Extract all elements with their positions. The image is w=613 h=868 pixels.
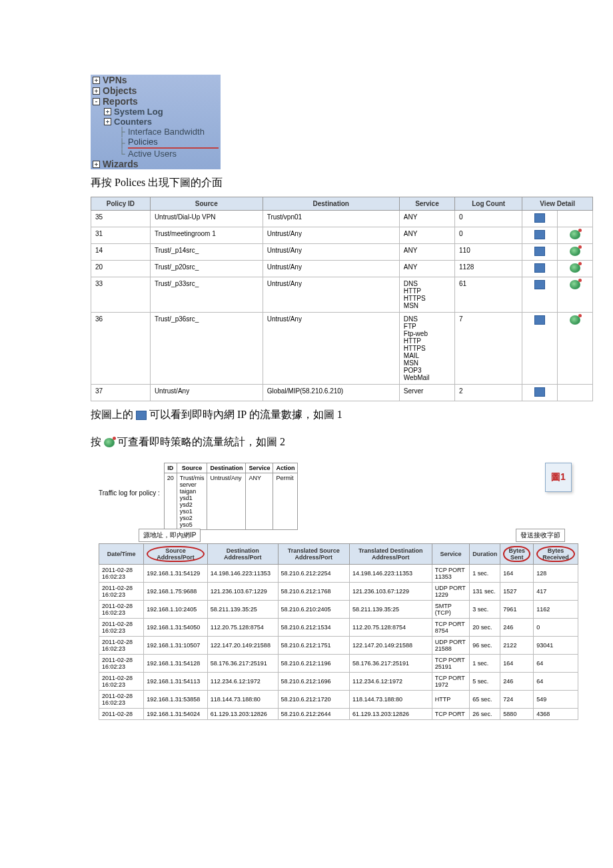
detail-icon[interactable]: [534, 213, 545, 223]
col-bytes-recv: Bytes Received: [534, 544, 578, 565]
col-src-addr: Source Address/Port: [144, 544, 208, 565]
policy-dest: Trust/vpn01: [263, 211, 399, 227]
expand-icon[interactable]: +: [93, 87, 100, 95]
nav-wizards[interactable]: +Wizards: [91, 159, 221, 169]
log-svc: SMTP (TCP): [432, 601, 470, 619]
log-svc: TCP PORT 1972: [432, 673, 470, 691]
log-br: 0: [534, 619, 578, 637]
log-datetime: 2011-02-28 16:02:23: [99, 601, 144, 619]
log-dur: 3 sec.: [470, 601, 500, 619]
log-svc: HTTP: [432, 691, 470, 709]
log-row: 2011-02-28 16:02:23 192.168.1.75:9688 12…: [99, 583, 578, 601]
log-br: 1162: [534, 601, 578, 619]
log-br: 64: [534, 655, 578, 673]
log-tdst: 112.20.75.128:8754: [349, 619, 432, 637]
policy-source: Trust/_p33src_: [150, 277, 263, 313]
expand-icon[interactable]: +: [104, 118, 111, 125]
detail-icon: [136, 411, 147, 420]
log-dur: 1 sec.: [470, 655, 500, 673]
col-log-count: Log Count: [455, 197, 522, 211]
log-dst: 122.147.20.149:21588: [207, 637, 278, 655]
view-detail-cell: [522, 244, 558, 261]
policy-row: 36 Trust/_p36src_ Untrust/Any DNS FTP Ft…: [91, 313, 593, 385]
expand-icon[interactable]: +: [93, 161, 100, 168]
policy-id: 14: [91, 244, 151, 261]
log-dur: 96 sec.: [470, 637, 500, 655]
policy-id: 31: [91, 227, 151, 244]
nav-policies[interactable]: ├Policies: [91, 137, 221, 149]
log-tsrc: 58.210.6.212:1751: [278, 637, 349, 655]
nav-active-users[interactable]: └Active Users: [91, 149, 221, 159]
policy-source: Trust/_p36src_: [150, 313, 263, 385]
view-detail-cell: [522, 211, 558, 227]
log-tdst: 122.147.20.149:21588: [349, 637, 432, 655]
stat-icon[interactable]: [570, 230, 580, 239]
policy-row: 37 Untrust/Any Global/MIP(58.210.6.210) …: [91, 385, 593, 401]
nav-counters[interactable]: +Counters: [91, 117, 221, 127]
policy-source: Trust/_p20src_: [150, 261, 263, 277]
detail-icon[interactable]: [534, 280, 545, 289]
policy-table: Policy ID Source Destination Service Log…: [91, 197, 593, 401]
log-dst: 58.176.36.217:25191: [207, 655, 278, 673]
log-tsrc: 58.210.6.212:1768: [278, 583, 349, 601]
detail-icon[interactable]: [534, 263, 545, 273]
mini-col-action: Action: [273, 463, 298, 473]
col-source: Source: [150, 197, 263, 211]
log-src: 192.168.1.75:9688: [144, 583, 208, 601]
nav-interface-bandwidth[interactable]: ├Interface Bandwidth: [91, 127, 221, 137]
expand-icon[interactable]: +: [104, 108, 111, 115]
policy-source: Trust/meetingroom 1: [150, 227, 263, 244]
policy-row: 20 Trust/_p20src_ Untrust/Any ANY 1128: [91, 261, 593, 277]
stat-icon[interactable]: [570, 280, 580, 289]
policy-service: DNS FTP Ftp-web HTTP HTTPS MAIL MSN POP3…: [399, 313, 454, 385]
nav-vpns[interactable]: +VPNs: [91, 75, 221, 85]
policy-dest: Untrust/Any: [263, 227, 399, 244]
policy-source: Trust/_p14src_: [150, 244, 263, 261]
col-service: Service: [399, 197, 454, 211]
log-tsrc: 58.210.6.212:1720: [278, 691, 349, 709]
mini-col-service: Service: [246, 463, 273, 473]
policy-dest: Untrust/Any: [263, 313, 399, 385]
policy-service: DNS HTTP HTTPS MSN: [399, 277, 454, 313]
log-row: 2011-02-28 16:02:23 192.168.1.31:54050 1…: [99, 619, 578, 637]
log-dst: 118.144.73.188:80: [207, 691, 278, 709]
nav-objects[interactable]: +Objects: [91, 85, 221, 96]
nav-system-log[interactable]: +System Log: [91, 107, 221, 117]
detail-icon[interactable]: [534, 247, 545, 256]
col-bytes-sent: Bytes Sent: [500, 544, 534, 565]
view-stat-cell: [558, 261, 593, 277]
log-dst: 58.211.139.35:25: [207, 601, 278, 619]
nav-reports[interactable]: -Reports: [91, 96, 221, 107]
detail-icon[interactable]: [534, 315, 545, 325]
policy-dest: Global/MIP(58.210.6.210): [263, 385, 399, 401]
policy-source: Untrust/Dial-Up VPN: [150, 211, 263, 227]
mini-col-source: Source: [177, 463, 207, 473]
mini-row: 20 Trust/mis server taigan ysd1 ysd2 yso…: [164, 473, 298, 530]
log-datetime: 2011-02-28 16:02:23: [99, 565, 144, 583]
log-row: 2011-02-28 192.168.1.31:54024 61.129.13.…: [99, 709, 578, 720]
policy-id: 36: [91, 313, 151, 385]
policy-row: 33 Trust/_p33src_ Untrust/Any DNS HTTP H…: [91, 277, 593, 313]
log-dst: 112.234.6.12:1972: [207, 673, 278, 691]
log-bs: 7961: [500, 601, 534, 619]
detail-icon[interactable]: [534, 387, 545, 397]
collapse-icon[interactable]: -: [93, 98, 100, 105]
log-br: 417: [534, 583, 578, 601]
policy-count: 61: [455, 277, 522, 313]
view-stat-cell: [558, 313, 593, 385]
policy-id: 37: [91, 385, 151, 401]
log-tdst: 58.176.36.217:25191: [349, 655, 432, 673]
view-stat-cell: [558, 244, 593, 261]
stat-icon[interactable]: [570, 315, 580, 325]
policy-service: ANY: [399, 261, 454, 277]
annotation-source-ip: 源地址，即內網IP: [139, 529, 201, 542]
policy-count: 1128: [455, 261, 522, 277]
log-row: 2011-02-28 16:02:23 192.168.1.31:10507 1…: [99, 637, 578, 655]
tree-line: ├: [117, 138, 127, 148]
detail-icon[interactable]: [534, 230, 545, 239]
col-view-detail: View Detail: [522, 197, 593, 211]
stat-icon[interactable]: [570, 263, 580, 273]
stat-icon[interactable]: [570, 247, 580, 256]
col-tdst-addr: Translated Destination Address/Port: [349, 544, 432, 565]
expand-icon[interactable]: +: [93, 77, 100, 84]
